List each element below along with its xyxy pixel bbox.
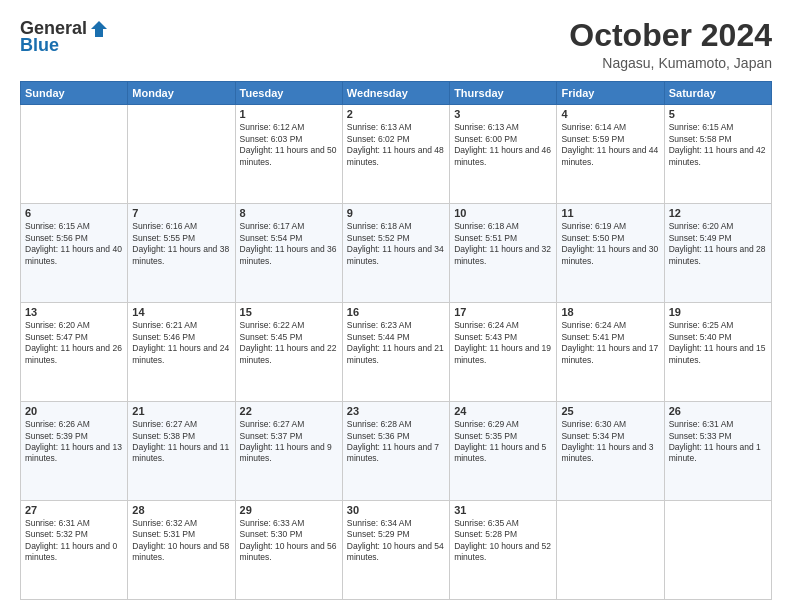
header-right: October 2024 Nagasu, Kumamoto, Japan [569, 18, 772, 71]
day-info: Sunrise: 6:32 AM Sunset: 5:31 PM Dayligh… [132, 518, 230, 564]
table-row: 14Sunrise: 6:21 AM Sunset: 5:46 PM Dayli… [128, 303, 235, 402]
table-row: 29Sunrise: 6:33 AM Sunset: 5:30 PM Dayli… [235, 501, 342, 600]
calendar-header-row: Sunday Monday Tuesday Wednesday Thursday… [21, 82, 772, 105]
col-thursday: Thursday [450, 82, 557, 105]
table-row [128, 105, 235, 204]
day-number: 27 [25, 504, 123, 516]
table-row: 17Sunrise: 6:24 AM Sunset: 5:43 PM Dayli… [450, 303, 557, 402]
day-number: 21 [132, 405, 230, 417]
week-row-3: 13Sunrise: 6:20 AM Sunset: 5:47 PM Dayli… [21, 303, 772, 402]
table-row: 1Sunrise: 6:12 AM Sunset: 6:03 PM Daylig… [235, 105, 342, 204]
day-number: 18 [561, 306, 659, 318]
table-row: 13Sunrise: 6:20 AM Sunset: 5:47 PM Dayli… [21, 303, 128, 402]
day-number: 31 [454, 504, 552, 516]
day-info: Sunrise: 6:33 AM Sunset: 5:30 PM Dayligh… [240, 518, 338, 564]
day-info: Sunrise: 6:21 AM Sunset: 5:46 PM Dayligh… [132, 320, 230, 366]
day-info: Sunrise: 6:18 AM Sunset: 5:52 PM Dayligh… [347, 221, 445, 267]
table-row: 26Sunrise: 6:31 AM Sunset: 5:33 PM Dayli… [664, 402, 771, 501]
table-row: 25Sunrise: 6:30 AM Sunset: 5:34 PM Dayli… [557, 402, 664, 501]
day-info: Sunrise: 6:14 AM Sunset: 5:59 PM Dayligh… [561, 122, 659, 168]
header: General Blue October 2024 Nagasu, Kumamo… [20, 18, 772, 71]
day-number: 7 [132, 207, 230, 219]
day-info: Sunrise: 6:20 AM Sunset: 5:49 PM Dayligh… [669, 221, 767, 267]
table-row [557, 501, 664, 600]
day-number: 11 [561, 207, 659, 219]
table-row: 28Sunrise: 6:32 AM Sunset: 5:31 PM Dayli… [128, 501, 235, 600]
location: Nagasu, Kumamoto, Japan [569, 55, 772, 71]
table-row: 20Sunrise: 6:26 AM Sunset: 5:39 PM Dayli… [21, 402, 128, 501]
table-row: 19Sunrise: 6:25 AM Sunset: 5:40 PM Dayli… [664, 303, 771, 402]
table-row: 4Sunrise: 6:14 AM Sunset: 5:59 PM Daylig… [557, 105, 664, 204]
day-number: 9 [347, 207, 445, 219]
week-row-5: 27Sunrise: 6:31 AM Sunset: 5:32 PM Dayli… [21, 501, 772, 600]
day-info: Sunrise: 6:13 AM Sunset: 6:00 PM Dayligh… [454, 122, 552, 168]
day-number: 19 [669, 306, 767, 318]
day-info: Sunrise: 6:23 AM Sunset: 5:44 PM Dayligh… [347, 320, 445, 366]
table-row: 9Sunrise: 6:18 AM Sunset: 5:52 PM Daylig… [342, 204, 449, 303]
day-info: Sunrise: 6:16 AM Sunset: 5:55 PM Dayligh… [132, 221, 230, 267]
week-row-1: 1Sunrise: 6:12 AM Sunset: 6:03 PM Daylig… [21, 105, 772, 204]
table-row: 8Sunrise: 6:17 AM Sunset: 5:54 PM Daylig… [235, 204, 342, 303]
day-number: 13 [25, 306, 123, 318]
table-row: 22Sunrise: 6:27 AM Sunset: 5:37 PM Dayli… [235, 402, 342, 501]
svg-marker-0 [91, 21, 107, 37]
day-info: Sunrise: 6:29 AM Sunset: 5:35 PM Dayligh… [454, 419, 552, 465]
table-row: 2Sunrise: 6:13 AM Sunset: 6:02 PM Daylig… [342, 105, 449, 204]
day-info: Sunrise: 6:15 AM Sunset: 5:58 PM Dayligh… [669, 122, 767, 168]
day-info: Sunrise: 6:17 AM Sunset: 5:54 PM Dayligh… [240, 221, 338, 267]
day-number: 14 [132, 306, 230, 318]
day-number: 22 [240, 405, 338, 417]
col-friday: Friday [557, 82, 664, 105]
day-number: 25 [561, 405, 659, 417]
day-info: Sunrise: 6:35 AM Sunset: 5:28 PM Dayligh… [454, 518, 552, 564]
day-info: Sunrise: 6:28 AM Sunset: 5:36 PM Dayligh… [347, 419, 445, 465]
col-sunday: Sunday [21, 82, 128, 105]
week-row-4: 20Sunrise: 6:26 AM Sunset: 5:39 PM Dayli… [21, 402, 772, 501]
day-info: Sunrise: 6:13 AM Sunset: 6:02 PM Dayligh… [347, 122, 445, 168]
day-info: Sunrise: 6:31 AM Sunset: 5:33 PM Dayligh… [669, 419, 767, 465]
day-number: 2 [347, 108, 445, 120]
day-info: Sunrise: 6:22 AM Sunset: 5:45 PM Dayligh… [240, 320, 338, 366]
day-number: 30 [347, 504, 445, 516]
day-info: Sunrise: 6:20 AM Sunset: 5:47 PM Dayligh… [25, 320, 123, 366]
logo: General Blue [20, 18, 109, 56]
day-number: 17 [454, 306, 552, 318]
table-row: 3Sunrise: 6:13 AM Sunset: 6:00 PM Daylig… [450, 105, 557, 204]
table-row: 15Sunrise: 6:22 AM Sunset: 5:45 PM Dayli… [235, 303, 342, 402]
table-row: 5Sunrise: 6:15 AM Sunset: 5:58 PM Daylig… [664, 105, 771, 204]
day-number: 1 [240, 108, 338, 120]
day-number: 8 [240, 207, 338, 219]
day-number: 29 [240, 504, 338, 516]
logo-blue: Blue [20, 35, 59, 56]
table-row: 30Sunrise: 6:34 AM Sunset: 5:29 PM Dayli… [342, 501, 449, 600]
col-wednesday: Wednesday [342, 82, 449, 105]
day-number: 10 [454, 207, 552, 219]
table-row [664, 501, 771, 600]
logo-icon [89, 19, 109, 39]
col-tuesday: Tuesday [235, 82, 342, 105]
day-info: Sunrise: 6:24 AM Sunset: 5:41 PM Dayligh… [561, 320, 659, 366]
table-row: 31Sunrise: 6:35 AM Sunset: 5:28 PM Dayli… [450, 501, 557, 600]
day-info: Sunrise: 6:19 AM Sunset: 5:50 PM Dayligh… [561, 221, 659, 267]
week-row-2: 6Sunrise: 6:15 AM Sunset: 5:56 PM Daylig… [21, 204, 772, 303]
table-row: 7Sunrise: 6:16 AM Sunset: 5:55 PM Daylig… [128, 204, 235, 303]
day-info: Sunrise: 6:18 AM Sunset: 5:51 PM Dayligh… [454, 221, 552, 267]
table-row: 23Sunrise: 6:28 AM Sunset: 5:36 PM Dayli… [342, 402, 449, 501]
table-row: 27Sunrise: 6:31 AM Sunset: 5:32 PM Dayli… [21, 501, 128, 600]
table-row: 24Sunrise: 6:29 AM Sunset: 5:35 PM Dayli… [450, 402, 557, 501]
day-info: Sunrise: 6:12 AM Sunset: 6:03 PM Dayligh… [240, 122, 338, 168]
table-row: 6Sunrise: 6:15 AM Sunset: 5:56 PM Daylig… [21, 204, 128, 303]
day-number: 15 [240, 306, 338, 318]
day-info: Sunrise: 6:30 AM Sunset: 5:34 PM Dayligh… [561, 419, 659, 465]
table-row: 16Sunrise: 6:23 AM Sunset: 5:44 PM Dayli… [342, 303, 449, 402]
col-monday: Monday [128, 82, 235, 105]
day-info: Sunrise: 6:34 AM Sunset: 5:29 PM Dayligh… [347, 518, 445, 564]
day-info: Sunrise: 6:31 AM Sunset: 5:32 PM Dayligh… [25, 518, 123, 564]
table-row: 21Sunrise: 6:27 AM Sunset: 5:38 PM Dayli… [128, 402, 235, 501]
day-number: 4 [561, 108, 659, 120]
day-number: 16 [347, 306, 445, 318]
calendar-table: Sunday Monday Tuesday Wednesday Thursday… [20, 81, 772, 600]
day-number: 24 [454, 405, 552, 417]
day-number: 28 [132, 504, 230, 516]
day-number: 26 [669, 405, 767, 417]
